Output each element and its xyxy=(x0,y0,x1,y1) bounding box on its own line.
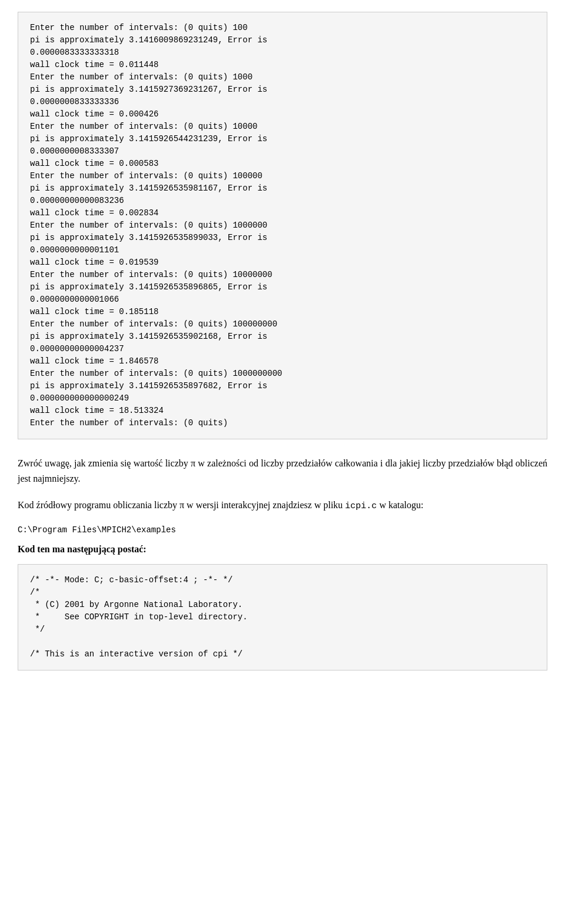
para1-pi-symbol: π xyxy=(191,458,195,468)
para1-text-before: Zwróć uwagę, jak zmienia się wartość lic… xyxy=(18,458,191,468)
directory-path: C:\Program Files\MPICH2\examples xyxy=(18,525,547,535)
terminal-text: Enter the number of intervals: (0 quits)… xyxy=(18,12,547,439)
para2-text-before: Kod źródłowy programu obliczania liczby xyxy=(18,500,180,510)
code-heading: Kod ten ma następującą postać: xyxy=(18,544,547,555)
paragraph-source-code-intro: Kod źródłowy programu obliczania liczby … xyxy=(18,498,547,513)
paragraph-pi-observation: Zwróć uwagę, jak zmienia się wartość lic… xyxy=(18,456,547,486)
source-code: /* -*- Mode: C; c-basic-offset:4 ; -*- *… xyxy=(18,564,547,671)
para2-inline-code: icpi.c xyxy=(345,501,377,511)
terminal-output-box: Enter the number of intervals: (0 quits)… xyxy=(18,12,547,439)
para2-text-middle: w wersji interakcyjnej znajdziesz w plik… xyxy=(184,500,345,510)
para2-text-after: w katalogu: xyxy=(377,500,423,510)
para2-pi-symbol: π xyxy=(180,500,184,510)
code-block-box: /* -*- Mode: C; c-basic-offset:4 ; -*- *… xyxy=(18,564,547,671)
